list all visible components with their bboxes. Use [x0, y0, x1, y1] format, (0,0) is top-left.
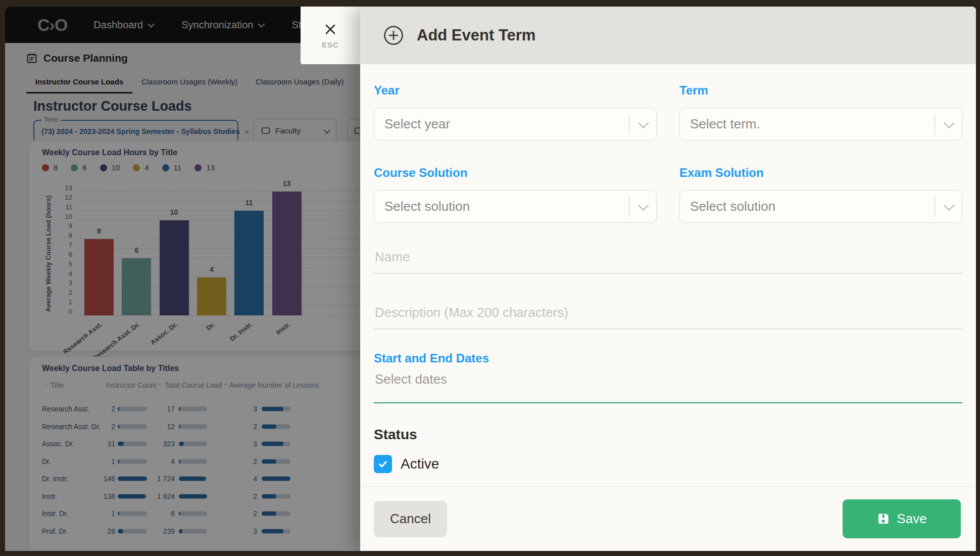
modal-title: Add Event Term — [417, 26, 535, 44]
course-solution-select[interactable]: Select solution — [374, 190, 657, 223]
year-label: Year — [374, 83, 657, 98]
close-icon — [323, 22, 337, 36]
term-label: Term — [679, 83, 962, 98]
year-select-placeholder: Select year — [384, 116, 629, 132]
course-solution-placeholder: Select solution — [384, 199, 629, 214]
app-window: C›O DashboardSynchronizationStatic Defi … — [5, 7, 976, 551]
chevron-down-icon — [944, 200, 954, 211]
save-button-label: Save — [897, 511, 926, 527]
cancel-button[interactable]: Cancel — [374, 501, 447, 537]
add-circle-icon — [382, 24, 405, 47]
name-input[interactable] — [374, 246, 962, 273]
cancel-button-label: Cancel — [390, 511, 431, 527]
modal-panel: Add Event Term Year Select year Term — [360, 7, 976, 551]
exam-solution-select[interactable]: Select solution — [679, 190, 962, 223]
select-divider — [935, 114, 935, 134]
close-modal-button[interactable]: ESC — [301, 7, 360, 64]
select-divider — [629, 197, 629, 217]
add-event-term-modal: ESC Add Event Term Year Select year — [360, 7, 976, 551]
term-select[interactable]: Select term. — [679, 108, 962, 141]
date-range-field[interactable]: Select dates — [374, 365, 962, 403]
esc-label: ESC — [322, 40, 339, 49]
active-checkbox[interactable] — [374, 455, 392, 473]
modal-body: Year Select year Term Select term. — [360, 64, 976, 486]
exam-solution-placeholder: Select solution — [690, 199, 935, 214]
description-input[interactable] — [374, 302, 962, 329]
select-divider — [629, 114, 629, 134]
chevron-down-icon — [638, 118, 649, 128]
status-label: Status — [374, 427, 962, 443]
dates-label: Start and End Dates — [374, 351, 962, 365]
term-select-placeholder: Select term. — [690, 116, 935, 132]
course-solution-label: Course Solution — [374, 166, 657, 180]
save-icon — [876, 512, 890, 526]
exam-solution-label: Exam Solution — [679, 166, 962, 180]
modal-header: Add Event Term — [360, 7, 976, 64]
date-range-placeholder: Select dates — [375, 372, 447, 387]
select-divider — [935, 197, 935, 217]
chevron-down-icon — [944, 118, 954, 128]
chevron-down-icon — [638, 200, 649, 211]
modal-footer: Cancel Save — [360, 486, 976, 551]
save-button[interactable]: Save — [843, 499, 961, 538]
year-select[interactable]: Select year — [374, 108, 657, 141]
active-checkbox-label: Active — [401, 456, 439, 472]
checkmark-icon — [377, 458, 388, 470]
